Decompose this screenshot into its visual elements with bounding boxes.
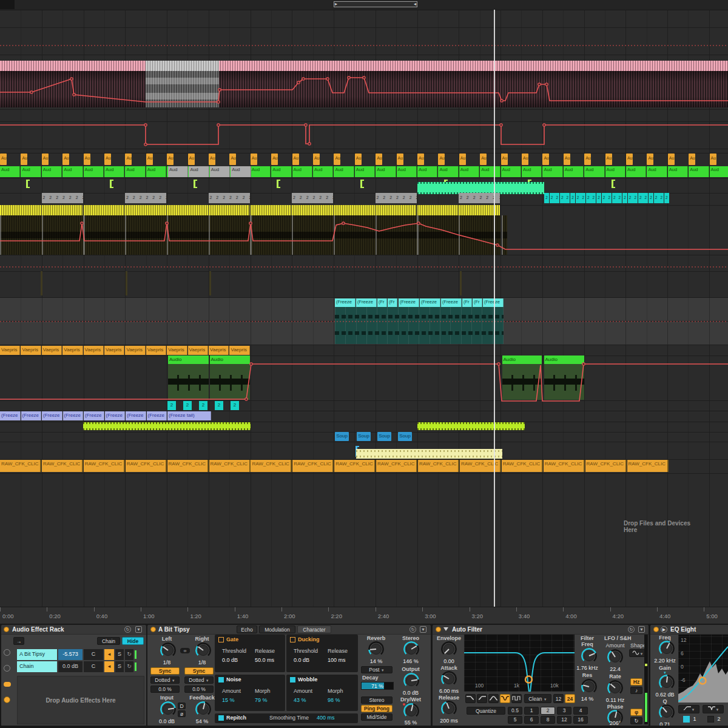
- release-knob[interactable]: [441, 701, 457, 716]
- track-audio-chops-clip[interactable]: Aud: [459, 166, 479, 177]
- noise-amount-value[interactable]: 15 %: [222, 697, 235, 703]
- quantize-value-button[interactable]: 3: [557, 707, 571, 715]
- lfo-phase-value[interactable]: 206°: [603, 720, 627, 726]
- track-yellow-header-clip[interactable]: [42, 205, 83, 215]
- track-two-cyan-clip[interactable]: 2: [183, 401, 192, 410]
- track-freeze-tail-clip[interactable]: (Freeze: [147, 411, 167, 420]
- track-audio-markers-clip[interactable]: Au: [188, 153, 195, 165]
- track-audio-chops-clip[interactable]: Aud: [501, 166, 521, 177]
- right-sync-button[interactable]: Sync: [184, 667, 214, 675]
- gate-threshold-value[interactable]: 0.0 dB: [222, 657, 238, 663]
- lfo-shape-dropdown[interactable]: ▼: [629, 649, 646, 657]
- track-raw-clip[interactable]: RAW_CFK_CLIC: [292, 460, 334, 472]
- filter-freq-value[interactable]: 1.76 kHz: [571, 665, 603, 671]
- track-two-groups-clip[interactable]: 2: [544, 193, 549, 203]
- track-two-cyan-clip[interactable]: 2: [167, 401, 176, 410]
- track-audio2-body-clip[interactable]: [210, 364, 251, 400]
- track-two-cyan-clip[interactable]: 2: [199, 401, 207, 410]
- track-freeze-tail-clip[interactable]: (Freeze: [84, 411, 104, 420]
- track-freeze-header-clip[interactable]: (Freeze: [399, 298, 419, 307]
- track-audio-markers-clip[interactable]: Au: [584, 153, 591, 165]
- track-freeze-body-clip[interactable]: [335, 307, 504, 344]
- track-audio-markers-clip[interactable]: Au: [501, 153, 508, 165]
- track-yellow-header-clip[interactable]: [334, 205, 375, 215]
- track-two-groups-clip[interactable]: 2: [654, 193, 659, 203]
- track-audio-markers-clip[interactable]: Au: [459, 153, 466, 165]
- device-on-icon[interactable]: [653, 627, 659, 632]
- track-cue-ticks-clip[interactable]: [277, 180, 280, 188]
- track-two-groups-clip[interactable]: 2: [560, 193, 565, 203]
- track-freeze-tail-clip[interactable]: (Freeze: [0, 411, 21, 420]
- track-audio-chops-clip[interactable]: Aud: [210, 166, 230, 177]
- track-audio-markers-clip[interactable]: Au: [209, 153, 215, 165]
- track-audio-markers-clip[interactable]: Au: [125, 153, 132, 165]
- track-audio-markers-clip[interactable]: Au: [271, 153, 278, 165]
- track-two-groups-clip[interactable]: 2 2 2 2 2 2 2 2: [209, 193, 250, 203]
- tab-modulation[interactable]: Modulation: [259, 625, 295, 633]
- track-audio-chops-clip[interactable]: Aud: [376, 166, 396, 177]
- quantize-value-button[interactable]: 1: [524, 707, 539, 715]
- track-yellow-header-clip[interactable]: [251, 205, 292, 215]
- track-vaepris-clip[interactable]: Vaepris: [125, 346, 145, 355]
- track-audio-markers-clip[interactable]: Au: [647, 153, 653, 165]
- macro-variations-icon[interactable]: [4, 649, 10, 656]
- track-two-groups-clip[interactable]: 2 2 2 2 2 2 2 2: [125, 193, 166, 203]
- fold-device-icon[interactable]: [443, 627, 448, 631]
- track-two-groups-clip[interactable]: 2: [607, 193, 612, 203]
- hide-button[interactable]: Hide: [122, 637, 144, 645]
- track-two-groups-clip[interactable]: 2: [612, 193, 617, 203]
- track-yellow-header-clip[interactable]: [209, 205, 250, 215]
- track-freeze-header-clip[interactable]: (Freeze: [441, 298, 462, 307]
- feedback-knob[interactable]: [195, 701, 211, 717]
- track-freeze-header-clip[interactable]: (Fr: [473, 298, 482, 307]
- track-audio-markers-clip[interactable]: Au: [522, 153, 528, 165]
- hot-swap-icon[interactable]: ↻: [410, 626, 416, 633]
- left-delay-knob[interactable]: [160, 642, 176, 658]
- track-audio-chops-clip[interactable]: Aud: [438, 166, 458, 177]
- track-raw-clip[interactable]: RAW_CFK_CLIC: [84, 460, 125, 472]
- hot-swap-icon[interactable]: ↻: [124, 626, 131, 633]
- track-audio2-header-clip[interactable]: Audio: [544, 356, 585, 364]
- track-sparse-bars-clip[interactable]: [209, 271, 211, 295]
- save-preset-icon[interactable]: ▼: [135, 626, 142, 633]
- show-devices-icon[interactable]: [4, 696, 10, 703]
- channel-mode-pingpong-button[interactable]: Ping Pong: [361, 705, 393, 712]
- right-offset-value[interactable]: 0.0 %: [184, 686, 214, 693]
- track-yellow-header-clip[interactable]: [84, 205, 125, 215]
- lfo-sync-note-button[interactable]: ♪: [630, 687, 642, 694]
- chain-volume[interactable]: -5.573: [58, 649, 83, 660]
- quantize-value-button[interactable]: 4: [573, 707, 588, 715]
- track-two-groups-clip[interactable]: 2: [643, 193, 648, 203]
- lfo-rate-knob[interactable]: [607, 680, 623, 696]
- track-audio-markers-clip[interactable]: Au: [251, 153, 257, 165]
- chain-activator-icon[interactable]: ◂: [104, 661, 114, 672]
- stereo-link-icon[interactable]: ∞: [180, 648, 190, 653]
- stereo-knob[interactable]: [403, 641, 419, 657]
- eq-freq-value[interactable]: 2.20 kHz: [650, 658, 679, 664]
- track-audio-markers-clip[interactable]: Au: [480, 153, 487, 165]
- track-audio-chops-clip[interactable]: Aud: [584, 166, 604, 177]
- track-vaepris-clip[interactable]: Vaepris: [62, 346, 83, 355]
- input-value[interactable]: 0.0 dB: [153, 718, 180, 724]
- right-sync-mode-dropdown[interactable]: Dotted ▼: [184, 676, 214, 684]
- band1-filter-type-dropdown[interactable]: ▼: [678, 705, 699, 713]
- filter-type-bandpass-button[interactable]: [488, 694, 499, 703]
- track-audio2-header-clip[interactable]: Audio: [502, 356, 542, 364]
- track-audio-chops-clip[interactable]: Aud: [125, 166, 145, 177]
- track-lime-clip[interactable]: [83, 422, 251, 430]
- track-two-groups-clip[interactable]: 2: [659, 193, 664, 203]
- track-audio-markers-clip[interactable]: Au: [668, 153, 675, 165]
- ducking-checkbox[interactable]: [290, 637, 295, 642]
- track-two-groups-clip[interactable]: 2: [633, 193, 638, 203]
- track-vaepris-clip[interactable]: Vaepris: [209, 346, 229, 355]
- tab-character[interactable]: Character: [297, 625, 331, 633]
- quantize-value-button[interactable]: 16: [573, 716, 588, 724]
- track-soup-clip[interactable]: Soup: [377, 432, 391, 441]
- track-yellow-header-clip[interactable]: [0, 205, 41, 215]
- track-audio-markers-clip[interactable]: Au: [104, 153, 111, 165]
- track-raw-clip[interactable]: RAW_CFK_CLIC: [126, 460, 167, 472]
- track-audio-chops-clip[interactable]: Aud: [21, 166, 41, 177]
- track-yellow-header-clip[interactable]: [125, 205, 166, 215]
- device-on-icon[interactable]: [4, 627, 9, 632]
- track-sparse-bars-clip[interactable]: [126, 271, 127, 295]
